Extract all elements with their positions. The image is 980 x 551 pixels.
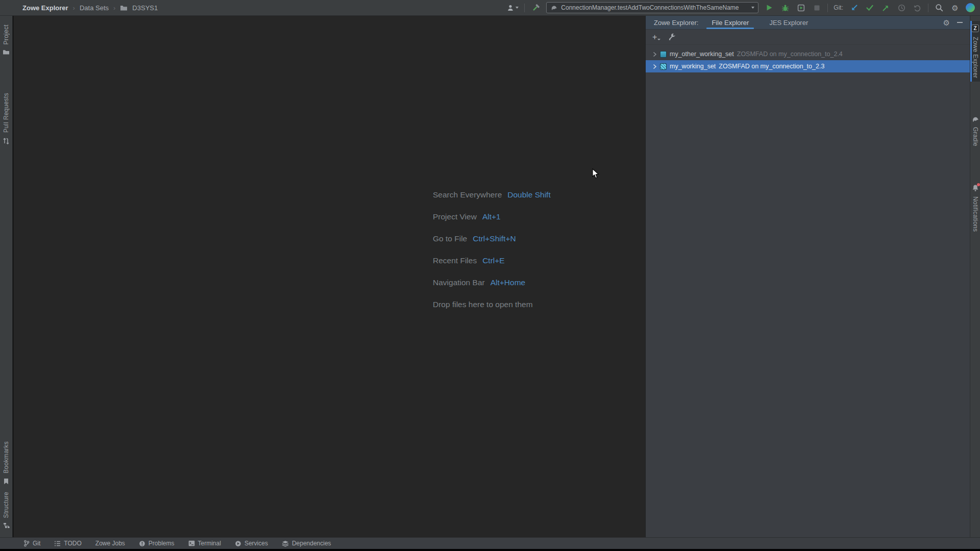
run-configuration-name: ConnectionManager.testAddTwoConnectionsW…: [561, 4, 747, 11]
zowe-icon: Z: [971, 24, 979, 32]
tab-label: File Explorer: [712, 19, 749, 27]
working-set-tree: my_other_working_set ZOSMFAD on my_conne…: [646, 45, 970, 72]
toolwindow-button-zowe-jobs[interactable]: Zowe Jobs: [95, 540, 125, 547]
shortcut-row: Drop files here to open them: [433, 300, 551, 311]
toolwindow-label: Problems: [149, 540, 175, 547]
stripe-button-zowe-explorer[interactable]: Z Zowe Explorer: [970, 21, 980, 82]
toolwindow-label: Git: [33, 540, 40, 547]
panel-settings-gear-icon[interactable]: ⚙: [943, 19, 950, 27]
tab-label: JES Explorer: [769, 19, 808, 27]
breadcrumb-separator-icon: ›: [73, 4, 75, 12]
run-button[interactable]: [764, 2, 774, 14]
breadcrumb-item-dataset-name[interactable]: D3SYS1: [132, 4, 158, 12]
tab-jes-explorer[interactable]: JES Explorer: [762, 16, 815, 29]
stripe-label: Structure: [3, 492, 10, 518]
plus-icon: +: [652, 34, 657, 41]
chevron-right-icon[interactable]: [652, 64, 657, 69]
breadcrumb-item-data-sets[interactable]: Data Sets: [80, 4, 109, 12]
stripe-label: Notifications: [972, 196, 979, 232]
stripe-button-bookmarks[interactable]: Bookmarks: [0, 438, 12, 488]
zowe-explorer-panel: Zowe Explorer: File Explorer JES Explore…: [646, 16, 970, 537]
shortcut-row: Navigation Bar Alt+Home: [433, 278, 551, 289]
stripe-label: Project: [3, 24, 10, 44]
shortcut-keys: Ctrl+E: [482, 256, 505, 265]
debug-button[interactable]: [780, 2, 790, 14]
toolbar-separator: [827, 4, 828, 12]
bookmark-icon: [3, 478, 9, 485]
toolwindow-button-problems[interactable]: Problems: [139, 540, 175, 547]
left-tool-stripe: Project Pull Requests Bookmarks Structur…: [0, 16, 13, 537]
add-working-set-button[interactable]: +: [652, 34, 660, 41]
toolwindow-label: Terminal: [198, 540, 221, 547]
shortcut-keys: Alt+Home: [491, 278, 526, 287]
build-hammer-button[interactable]: [530, 2, 541, 14]
stripe-button-structure[interactable]: Structure: [0, 488, 12, 532]
profile-button[interactable]: [796, 2, 806, 14]
tab-file-explorer[interactable]: File Explorer: [704, 16, 756, 29]
stripe-button-project[interactable]: Project: [0, 21, 12, 59]
ide-window: Zowe Explorer › Data Sets › D3SYS1 C: [0, 0, 980, 551]
shortcut-label: Go to File: [433, 234, 467, 243]
toolwindow-label: TODO: [64, 540, 81, 547]
chevron-down-icon: [516, 7, 519, 9]
main-toolbar: Zowe Explorer › Data Sets › D3SYS1 C: [0, 0, 980, 16]
git-push-button[interactable]: [880, 2, 891, 14]
shortcut-row: Recent Files Ctrl+E: [433, 256, 551, 267]
folder-icon: [120, 5, 128, 11]
user-avatar[interactable]: [966, 3, 975, 12]
stripe-label: Pull Requests: [3, 93, 10, 133]
minimize-icon[interactable]: [957, 22, 963, 23]
shortcut-label: Search Everywhere: [433, 190, 502, 199]
panel-header: Zowe Explorer: File Explorer JES Explore…: [646, 16, 970, 30]
pull-requests-icon: [3, 137, 10, 144]
git-commit-button[interactable]: [865, 2, 875, 14]
edit-wrench-button[interactable]: [668, 33, 676, 41]
breadcrumb-item-zowe-explorer[interactable]: Zowe Explorer: [22, 4, 68, 12]
working-set-icon: [660, 63, 667, 70]
chevron-right-icon[interactable]: [652, 52, 657, 57]
toolwindow-label: Zowe Jobs: [95, 540, 125, 547]
git-update-button[interactable]: [849, 2, 859, 14]
toolwindow-label: Services: [244, 540, 268, 547]
toolwindow-button-terminal[interactable]: Terminal: [188, 540, 221, 547]
chevron-down-icon: [657, 39, 660, 40]
rollback-icon: [912, 2, 922, 14]
notifications-bell-icon: [972, 184, 979, 192]
working-set-name: my_working_set: [670, 63, 716, 70]
history-icon: [896, 2, 906, 14]
stripe-button-gradle[interactable]: Gradle: [970, 112, 980, 150]
stripe-button-notifications[interactable]: Notifications: [970, 181, 980, 235]
right-tool-stripe: Z Zowe Explorer Gradle Notifications: [970, 16, 980, 537]
toolbar-separator: [928, 4, 928, 12]
code-with-me-users-button[interactable]: [506, 2, 519, 14]
tree-item-working-set[interactable]: my_other_working_set ZOSMFAD on my_conne…: [646, 48, 970, 60]
shortcut-row: Search Everywhere Double Shift: [433, 190, 551, 202]
breadcrumb: Zowe Explorer › Data Sets › D3SYS1: [22, 4, 158, 12]
toolbar-separator: [524, 4, 525, 12]
working-set-icon: [660, 51, 667, 58]
shortcut-keys: Alt+1: [482, 212, 501, 221]
gradle-icon: [971, 116, 979, 122]
stripe-label: Zowe Explorer: [972, 37, 979, 78]
notification-badge: [977, 183, 980, 186]
shortcut-hints: Search Everywhere Double Shift Project V…: [433, 190, 551, 311]
run-configuration-select[interactable]: ConnectionManager.testAddTwoConnectionsW…: [546, 2, 758, 13]
stripe-button-pull-requests[interactable]: Pull Requests: [0, 89, 12, 148]
folder-icon: [3, 49, 10, 55]
shortcut-label: Navigation Bar: [433, 278, 485, 287]
toolwindow-button-todo[interactable]: TODO: [54, 540, 81, 547]
settings-gear-icon[interactable]: ⚙: [950, 2, 960, 14]
toolwindow-button-dependencies[interactable]: Dependencies: [282, 540, 331, 547]
chevron-down-icon: [751, 7, 754, 9]
stripe-label: Gradle: [972, 127, 979, 146]
working-set-name: my_other_working_set: [670, 51, 734, 58]
editor-empty-state: Search Everywhere Double Shift Project V…: [13, 16, 645, 537]
toolwindow-button-services[interactable]: Services: [235, 540, 268, 547]
toolwindow-label: Dependencies: [292, 540, 331, 547]
shortcut-label: Recent Files: [433, 256, 477, 265]
bottom-tool-stripe: Git TODO Zowe Jobs Problems Terminal Ser…: [0, 537, 980, 549]
panel-header-actions: ⚙: [943, 16, 970, 29]
toolwindow-button-git[interactable]: Git: [23, 540, 40, 547]
search-icon[interactable]: [934, 2, 944, 14]
tree-item-working-set-selected[interactable]: my_working_set ZOSMFAD on my_connection_…: [646, 60, 970, 72]
